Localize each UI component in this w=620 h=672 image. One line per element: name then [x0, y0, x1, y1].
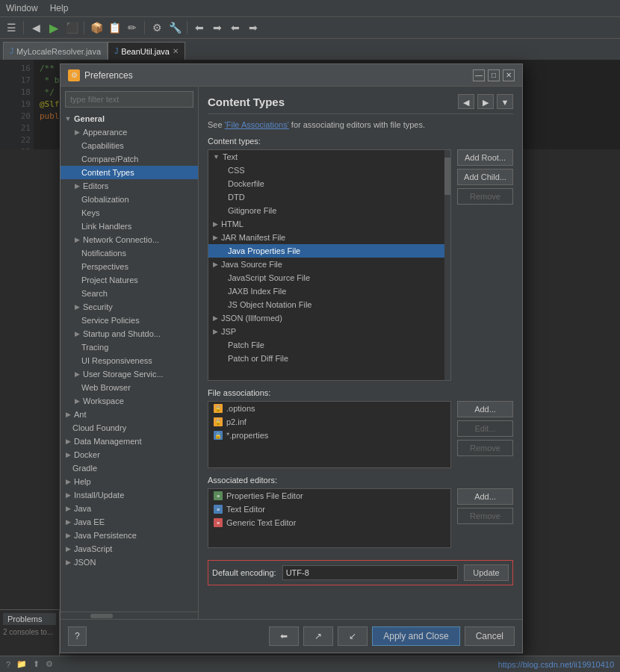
menu-window[interactable]: Window	[6, 3, 38, 13]
tree-item-appearance[interactable]: ▶ Appearance	[61, 125, 198, 139]
tree-item-security[interactable]: ▶ Security	[61, 300, 198, 314]
fa-p2inf[interactable]: 🔒 p2.inf	[208, 415, 450, 429]
remove-ae-btn[interactable]: Remove	[457, 508, 513, 524]
tree-item-web-browser[interactable]: Web Browser	[61, 381, 198, 394]
remove-fa-btn[interactable]: Remove	[457, 440, 513, 456]
content-types-listbox[interactable]: ▼ Text CSS Dockerfile DTD	[208, 149, 451, 381]
tree-item-project-natures[interactable]: Project Natures	[61, 273, 198, 287]
file-assoc-listbox[interactable]: 🔒 .options 🔒 p2.inf 🔒 *.	[208, 401, 451, 468]
tree-item-tracing[interactable]: Tracing	[61, 340, 198, 354]
tree-item-install-update[interactable]: ▶ Install/Update	[61, 488, 198, 502]
fa-properties[interactable]: 🔒 *.properties	[208, 429, 450, 442]
toolbar-btn-8[interactable]: 🔧	[167, 19, 183, 36]
tree-item-perspectives[interactable]: Perspectives	[61, 260, 198, 273]
update-encoding-btn[interactable]: Update	[464, 564, 509, 581]
ae-generic-text-editor[interactable]: ≡ Generic Text Editor	[208, 516, 450, 529]
nav-menu-btn[interactable]: ▼	[497, 94, 513, 109]
tree-toggle-general[interactable]: ▼	[63, 114, 72, 123]
ct-dockerfile[interactable]: Dockerfile	[208, 177, 450, 190]
tree-item-java-persistence[interactable]: ▶ Java Persistence	[61, 529, 198, 542]
ct-json-illformed-toggle[interactable]: ▶	[213, 314, 218, 322]
export-btn[interactable]: ↗	[303, 626, 333, 646]
tree-item-compare-patch[interactable]: Compare/Patch	[61, 152, 198, 166]
dialog-minimize-btn[interactable]: —	[473, 69, 485, 81]
toolbar-btn-7[interactable]: ⚙	[149, 19, 165, 36]
tab-beanutil[interactable]: J BeanUtil.java ✕	[108, 42, 185, 60]
problems-tab-label[interactable]: Problems	[3, 613, 56, 625]
tree-item-startup[interactable]: ▶ Startup and Shutdo...	[61, 327, 198, 340]
ct-jar-manifest[interactable]: ▶ JAR Manifest File	[208, 231, 450, 244]
tree-item-network[interactable]: ▶ Network Connectio...	[61, 233, 198, 246]
tree-item-ant[interactable]: ▶ Ant	[61, 408, 198, 421]
ct-java-properties[interactable]: Java Properties File	[208, 244, 450, 258]
help-footer-btn[interactable]: ?	[68, 626, 87, 646]
nav-back-btn[interactable]: ◀	[458, 94, 474, 109]
ae-text-editor[interactable]: ≡ Text Editor	[208, 503, 450, 516]
toolbar-btn-11[interactable]: ⬅	[227, 19, 244, 36]
nav-forward-btn[interactable]: ▶	[477, 94, 494, 109]
tree-item-editors[interactable]: ▶ Editors	[61, 179, 198, 193]
add-ae-btn[interactable]: Add...	[457, 488, 513, 505]
tree-item-service-policies[interactable]: Service Policies	[61, 314, 198, 327]
tree-item-keys[interactable]: Keys	[61, 206, 198, 220]
tree-item-user-storage[interactable]: ▶ User Storage Servic...	[61, 367, 198, 381]
add-fa-btn[interactable]: Add...	[457, 401, 513, 417]
tree-item-search[interactable]: Search	[61, 287, 198, 300]
tab-mylocaleresolver[interactable]: J MyLocaleResolver.java	[3, 42, 108, 60]
ct-patch-diff[interactable]: Patch or Diff File	[208, 352, 450, 365]
tab-close-btn[interactable]: ✕	[173, 47, 179, 55]
assoc-editors-listbox[interactable]: ≡ Properties File Editor ≡ Text Editor ≡	[208, 488, 451, 548]
ct-json-notation[interactable]: JS Object Notation File	[208, 298, 450, 311]
ct-jsp-toggle[interactable]: ▶	[213, 328, 218, 335]
tree-item-javascript[interactable]: ▶ JavaScript	[61, 542, 198, 556]
ct-java-source-toggle[interactable]: ▶	[213, 261, 218, 268]
tree-item-docker[interactable]: ▶ Docker	[61, 448, 198, 461]
ct-java-source[interactable]: ▶ Java Source File	[208, 258, 450, 271]
toolbar-run-btn[interactable]: ▶	[46, 19, 62, 36]
ct-jsp[interactable]: ▶ JSP	[208, 325, 450, 338]
tree-item-java[interactable]: ▶ Java	[61, 502, 198, 515]
toolbar-btn-10[interactable]: ➡	[209, 19, 226, 36]
ct-jaxb[interactable]: JAXB Index File	[208, 284, 450, 298]
add-root-btn[interactable]: Add Root...	[457, 149, 513, 166]
ct-html[interactable]: ▶ HTML	[208, 217, 450, 231]
toolbar-btn-1[interactable]: ☰	[3, 19, 19, 36]
tree-item-gradle[interactable]: Gradle	[61, 461, 198, 475]
tree-item-help[interactable]: ▶ Help	[61, 475, 198, 488]
tree-filter-input[interactable]	[65, 91, 193, 108]
file-associations-link[interactable]: 'File Associations'	[225, 120, 289, 129]
ct-scrollbar[interactable]	[444, 150, 450, 380]
tree-hscrollbar[interactable]	[61, 612, 198, 619]
tree-item-java-ee[interactable]: ▶ Java EE	[61, 515, 198, 529]
toolbar-btn-12[interactable]: ➡	[245, 19, 261, 36]
tree-item-notifications[interactable]: Notifications	[61, 246, 198, 260]
tree-item-capabilities[interactable]: Capabilities	[61, 139, 198, 152]
ct-text-toggle[interactable]: ▼	[213, 153, 220, 161]
ct-dtd[interactable]: DTD	[208, 190, 450, 204]
ct-jar-toggle[interactable]: ▶	[213, 234, 218, 241]
tree-item-ui-responsiveness[interactable]: UI Responsiveness	[61, 354, 198, 367]
ct-gitignore[interactable]: Gitignore File	[208, 204, 450, 217]
apply-close-btn[interactable]: Apply and Close	[372, 626, 459, 646]
add-child-btn[interactable]: Add Child...	[457, 169, 513, 185]
tree-item-workspace[interactable]: ▶ Workspace	[61, 394, 198, 408]
toolbar-btn-5[interactable]: 📋	[106, 19, 123, 36]
edit-fa-btn[interactable]: Edit...	[457, 420, 513, 437]
remove-ct-btn[interactable]: Remove	[457, 188, 513, 205]
toolbar-btn-9[interactable]: ⬅	[191, 19, 208, 36]
ae-properties-file-editor[interactable]: ≡ Properties File Editor	[208, 489, 450, 503]
ct-text[interactable]: ▼ Text	[208, 150, 450, 164]
tree-item-json[interactable]: ▶ JSON	[61, 556, 198, 569]
tree-item-globalization[interactable]: Globalization	[61, 193, 198, 206]
dialog-close-btn[interactable]: ✕	[503, 69, 515, 81]
ct-html-toggle[interactable]: ▶	[213, 220, 218, 228]
toolbar-btn-2[interactable]: ◀	[28, 19, 44, 36]
ct-json-illformed[interactable]: ▶ JSON (Illformed)	[208, 311, 450, 325]
toolbar-btn-3[interactable]: ⬛	[63, 19, 80, 36]
ct-patch[interactable]: Patch File	[208, 338, 450, 352]
fa-options[interactable]: 🔒 .options	[208, 402, 450, 415]
menu-help[interactable]: Help	[50, 3, 69, 13]
tree-item-link-handlers[interactable]: Link Handlers	[61, 220, 198, 233]
cancel-btn[interactable]: Cancel	[465, 626, 515, 646]
toolbar-btn-4[interactable]: 📦	[88, 19, 105, 36]
